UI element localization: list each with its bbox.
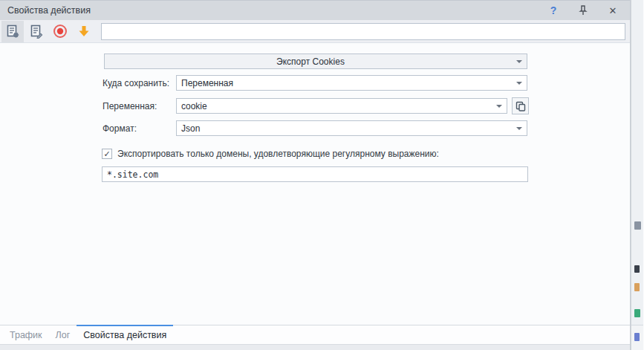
save-to-select[interactable]: Переменная: [176, 75, 527, 91]
variable-label: Переменная:: [103, 101, 157, 111]
panel-title: Свойства действия: [7, 5, 91, 16]
tab-log[interactable]: Лог: [49, 325, 77, 344]
action-properties-form: Экспорт Cookies Куда сохранить: Переменн…: [0, 43, 630, 325]
edit-action-tool-button[interactable]: [25, 21, 48, 42]
domain-filter-label: Экспортировать только домены, удовлетвор…: [117, 149, 439, 159]
chevron-down-icon: [516, 60, 522, 63]
panel-titlebar: Свойства действия ? ✕: [0, 0, 630, 20]
action-name-input[interactable]: [101, 23, 625, 40]
clipped-icon-fragment: [634, 283, 640, 291]
clipped-icon-fragment: [634, 333, 640, 341]
document-gear-icon: [6, 25, 20, 39]
save-to-label: Куда сохранить:: [103, 78, 169, 88]
pin-icon: [579, 5, 588, 16]
variable-combobox[interactable]: cookie: [176, 98, 507, 114]
down-arrow-icon: [77, 25, 91, 38]
close-icon: ✕: [609, 5, 617, 16]
save-to-value: Переменная: [181, 78, 512, 88]
workspace: Свойства действия ? ✕: [0, 0, 644, 350]
action-type-select[interactable]: Экспорт Cookies: [104, 54, 527, 69]
tab-traffic[interactable]: Трафик: [3, 325, 49, 344]
clipped-panel-bottom: [631, 325, 643, 350]
chevron-down-icon: [516, 127, 522, 130]
domain-filter-row: ✓ Экспортировать только домены, удовлетв…: [102, 149, 439, 159]
action-type-value: Экспорт Cookies: [109, 56, 512, 67]
document-pencil-icon: [30, 25, 44, 39]
tab-action-properties[interactable]: Свойства действия: [77, 325, 173, 344]
format-select[interactable]: Json: [176, 120, 527, 136]
format-label: Формат:: [103, 123, 137, 134]
action-toolbar: [0, 20, 630, 43]
checkmark-icon: ✓: [103, 150, 110, 158]
clipped-right-panel: [631, 0, 643, 350]
record-tool-button[interactable]: [49, 21, 71, 42]
chevron-down-icon: [496, 105, 502, 108]
copy-variable-button[interactable]: [512, 97, 529, 114]
action-properties-panel: Свойства действия ? ✕: [0, 0, 631, 350]
status-strip: [0, 344, 630, 350]
clipped-icon-fragment: [634, 309, 640, 317]
chevron-down-icon: [516, 82, 522, 85]
pin-button[interactable]: [573, 3, 593, 18]
help-button[interactable]: ?: [544, 3, 563, 18]
clipped-text-fragment: [634, 265, 640, 273]
clipped-icon-fragment: [634, 221, 641, 230]
help-icon: ?: [550, 4, 557, 16]
copy-icon: [515, 101, 526, 111]
bottom-tabbar: Трафик Лог Свойства действия: [0, 325, 630, 344]
action-properties-tool-button[interactable]: [1, 21, 24, 42]
domain-regex-input[interactable]: [102, 166, 528, 182]
close-button[interactable]: ✕: [603, 3, 622, 18]
format-value: Json: [181, 123, 512, 134]
record-circle-icon: [53, 24, 68, 39]
download-tool-button[interactable]: [73, 21, 95, 42]
variable-value: cookie: [181, 101, 492, 111]
domain-filter-checkbox[interactable]: ✓: [102, 149, 112, 159]
